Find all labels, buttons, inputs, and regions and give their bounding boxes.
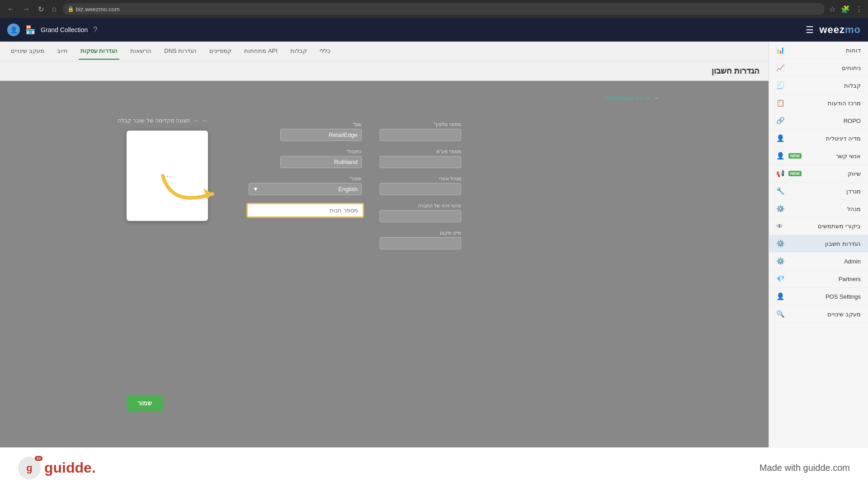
address-input[interactable] [280, 156, 362, 168]
help-icon[interactable]: ? [93, 26, 97, 34]
sidebar-item-marketing[interactable]: שיווק NEW 📢 [769, 165, 868, 183]
back-arrow[interactable]: ← [654, 94, 660, 101]
name-label: שם* [280, 122, 362, 127]
page-title-bar: הגדרות חשבון [0, 61, 769, 81]
employee-num-label: מספר מע"מ [380, 149, 461, 155]
company-id-label: פרטי זיהוי של החברה [380, 203, 461, 209]
tab-api[interactable]: API מתחתות [242, 43, 279, 60]
sidebar-item-contacts[interactable]: אנשי קשר NEW 👤 [769, 147, 868, 165]
sidebar-item-analytics[interactable]: ניתוחים 📈 [769, 59, 868, 77]
sidebar-item-account-settings[interactable]: הגדרות חשבון ⚙️ [769, 235, 868, 253]
sidebar-item-manager[interactable]: מנהל ⚙️ [769, 200, 868, 218]
language-value: English [338, 186, 358, 192]
sidebar-item-ropo[interactable]: ROPO 🔗 [769, 112, 868, 130]
address-bar[interactable]: 🔒 biz.weezmo.com [63, 3, 825, 15]
tab-receipts[interactable]: קבלות [288, 43, 309, 60]
sidebar-item-scratcher[interactable]: מגרדן 🔧 [769, 183, 868, 200]
guidde-bar: g 24 guidde. Made with guidde.com [0, 447, 868, 488]
scratcher-icon: 🔧 [776, 187, 785, 195]
main-layout: כללי קבלות API מתחתות קמפיינים הגדרות DN… [0, 42, 868, 447]
account-settings-icon: ⚙️ [776, 239, 785, 248]
preview-card: ··· [127, 131, 208, 221]
receipts-icon: 🧾 [776, 81, 785, 89]
back-button[interactable]: ← [5, 3, 16, 15]
star-icon[interactable]: ☆ [829, 5, 835, 14]
home-button[interactable]: ⌂ [50, 3, 58, 15]
sidebar-item-user-visits[interactable]: ביקורי משתמשים 👁 [769, 218, 868, 235]
app-header: 👤 🏪 Grand Collection ? ☰ weezmo [0, 18, 868, 42]
reload-button[interactable]: ↻ [36, 3, 46, 15]
tab-permissions[interactable]: הרשאות [128, 43, 153, 60]
integration-label: עריכה RetailEdge [605, 94, 651, 101]
sidebar-item-receipts[interactable]: קבלות 🧾 [769, 77, 868, 94]
preview-prev[interactable]: ← [202, 117, 208, 124]
phone-label: מספר טלפון* [380, 122, 461, 127]
change-tracking-icon: 🔍 [776, 310, 785, 318]
guidde-logo-icon: g 24 [18, 457, 41, 479]
external-manager-label: מנהל אזורי [380, 176, 461, 182]
url-display: biz.weezmo.com [76, 6, 120, 13]
highlighted-input-wrapper [246, 203, 364, 218]
top-tabs: כללי קבלות API מתחתות קמפיינים הגדרות DN… [0, 42, 769, 61]
sidebar-item-change-tracking[interactable]: מעקב שינויים 🔍 [769, 305, 868, 323]
save-button[interactable]: שמור [127, 395, 163, 411]
right-sidebar: דוחות 📊 ניתוחים 📈 קבלות 🧾 מרכז הודעות 📋 … [769, 42, 868, 447]
marketing-icon: 📢 [776, 169, 785, 178]
company-id-input[interactable] [380, 210, 461, 222]
location-label: מיקי מקום [380, 230, 461, 236]
preview-title-text: תצוגה מקדימה של שובר קבלה [118, 117, 190, 124]
extensions-icon[interactable]: 🧩 [841, 5, 850, 14]
forward-button[interactable]: → [21, 3, 32, 15]
partners-icon: 💎 [776, 275, 785, 283]
user-avatar[interactable]: 👤 [7, 23, 20, 36]
store-icon: 🏪 [25, 25, 35, 35]
content-area: כללי קבלות API מתחתות קמפיינים הגדרות DN… [0, 42, 769, 447]
tab-campaigns[interactable]: קמפיינים [208, 43, 233, 60]
guidde-name: guidde. [44, 460, 96, 476]
tab-billing[interactable]: חיוב [55, 43, 70, 60]
sidebar-item-digital-media[interactable]: מדיה דיגיטלית 👤 [769, 130, 868, 147]
language-dropdown[interactable]: English ▼ [249, 183, 362, 195]
tab-transactions[interactable]: הגדרות עסקות [79, 43, 120, 60]
analytics-icon: 📈 [776, 64, 785, 72]
notifications-icon: 📋 [776, 99, 785, 107]
tab-changes[interactable]: מעקב שינויים [9, 43, 46, 60]
store-num-input[interactable] [246, 203, 364, 218]
menu-icon[interactable]: ⋮ [855, 5, 863, 14]
store-name: Grand Collection [41, 26, 88, 33]
browser-icons: ☆ 🧩 ⋮ [829, 5, 863, 14]
sidebar-item-partners[interactable]: Partners 💎 [769, 270, 868, 288]
tab-general[interactable]: כללי [318, 43, 332, 60]
guidde-tagline: Made with guidde.com [760, 463, 850, 473]
phone-input[interactable] [380, 129, 461, 141]
dropdown-arrow-icon: ▼ [253, 186, 259, 192]
external-manager-input[interactable] [380, 183, 461, 195]
address-label: כתובת* [280, 149, 362, 155]
tab-dns[interactable]: הגדרות DNS [162, 43, 198, 60]
guidde-badge: 24 [35, 456, 42, 461]
name-input[interactable] [280, 129, 362, 141]
preview-loading: ··· [164, 171, 171, 181]
contacts-icon: 👤 [776, 152, 785, 160]
manager-icon: ⚙️ [776, 205, 785, 213]
ropo-icon: 🔗 [776, 117, 785, 125]
marketing-new-badge: NEW [788, 171, 802, 176]
location-input[interactable] [380, 237, 461, 249]
form-area: ← עריכה RetailEdge ← → תצוגה מקדימה של ש… [0, 81, 769, 447]
header-left: 👤 🏪 Grand Collection ? [7, 23, 97, 36]
page-title: הגדרות חשבון [9, 66, 760, 76]
sidebar-item-notifications[interactable]: מרכז הודעות 📋 [769, 94, 868, 112]
sidebar-item-admin[interactable]: Admin ⚙️ [769, 253, 868, 270]
language-label: שפה* [249, 176, 362, 182]
admin-icon: ⚙️ [776, 257, 785, 265]
employee-num-input[interactable] [380, 156, 461, 168]
digital-media-icon: 👤 [776, 134, 785, 142]
pos-settings-icon: 👤 [776, 292, 785, 300]
preview-next[interactable]: → [193, 117, 199, 124]
sidebar-item-reports[interactable]: דוחות 📊 [769, 42, 868, 59]
sidebar-item-pos-settings[interactable]: POS Settings 👤 [769, 288, 868, 305]
app-logo: weezmo [819, 24, 861, 36]
hamburger-icon[interactable]: ☰ [806, 24, 814, 35]
user-visits-icon: 👁 [776, 222, 783, 230]
guidde-logo: g 24 guidde. [18, 457, 96, 479]
